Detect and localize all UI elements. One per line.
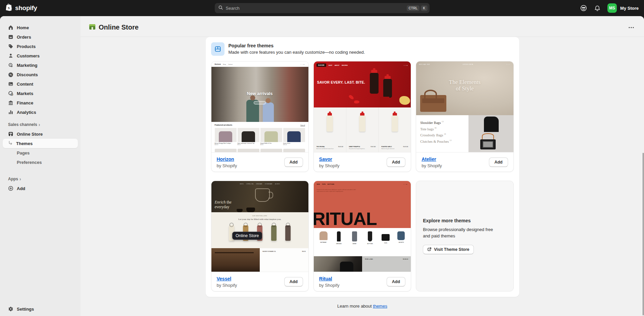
- home-icon: [8, 25, 13, 30]
- elbow-arrow-icon: [8, 141, 13, 146]
- themes-help-link[interactable]: themes: [373, 304, 387, 309]
- sidebar-item-analytics[interactable]: Analytics: [3, 107, 78, 117]
- section-tagline: Let your day be filled with what inspire…: [211, 218, 308, 221]
- product-desc: Made for the garlic obsessed: [381, 148, 408, 149]
- external-link-icon: [427, 247, 432, 252]
- theme-name-link[interactable]: Vessel: [217, 276, 232, 281]
- panel-header: Popular free themes Made with core featu…: [211, 42, 514, 56]
- preview-nav-item: ABOUT: [335, 64, 339, 66]
- add-theme-button[interactable]: Add: [489, 157, 508, 167]
- sidebar-item-content[interactable]: Content: [3, 79, 78, 89]
- svg-text:$: $: [11, 93, 13, 96]
- product-price: $9.49 CAD: [403, 146, 408, 147]
- shortcut-ctrl-key: CTRL: [407, 5, 420, 11]
- category-name: Tote bags: [420, 127, 434, 131]
- sidebar-item-add-app[interactable]: Add: [3, 184, 78, 193]
- category-cell: BOTTOMS: [363, 231, 377, 256]
- sidebar-label: Discounts: [17, 72, 38, 77]
- target-icon: [8, 62, 13, 68]
- panel-subtitle: Made with core features you can easily c…: [229, 50, 365, 55]
- product-price: $6,500.00: [403, 259, 408, 260]
- chili: [354, 100, 359, 103]
- theme-card-ritual: NEW TOPS BOTTOMS ○○● Fashion for the wil…: [313, 181, 411, 291]
- sales-channels-header[interactable]: Sales channels ›: [3, 120, 78, 129]
- product-price: $9.49 CAD: [338, 146, 343, 147]
- preview-hero: NEW TOPS BOTTOMS ○○● Fashion for the wil…: [314, 181, 411, 228]
- product-desc: The perfect hit of tropical brightness: [349, 148, 376, 149]
- theme-name-link[interactable]: Horizon: [217, 156, 234, 162]
- sidebar-item-pages[interactable]: Pages: [3, 148, 78, 157]
- sidebar-item-orders[interactable]: Orders: [3, 32, 78, 42]
- themes-tile-icon: [211, 42, 225, 56]
- add-theme-button[interactable]: Add: [284, 277, 303, 286]
- product-row: THE ORIGINAL$9.49 CAD Bold, fresh and fi…: [314, 107, 411, 152]
- preview-lower: KAIOMI X DONABE 2.5L $62.50: [211, 248, 308, 272]
- theme-name-link[interactable]: Ritual: [319, 276, 332, 281]
- store-name: My Store: [620, 6, 639, 11]
- notifications-bell-icon[interactable]: [594, 5, 601, 11]
- sidebar-item-markets[interactable]: $ Markets: [3, 89, 78, 98]
- theme-preview-horizon[interactable]: Horizon Shop Contact ○○● New arrivals: [211, 61, 308, 152]
- sidebar-item-settings[interactable]: Settings: [3, 304, 78, 314]
- preview-navbar: NEW IN COFFEE & TEA DRINKWARE KITCHENWAR…: [211, 181, 308, 185]
- sidebar-item-marketing[interactable]: Marketing: [3, 60, 78, 70]
- add-theme-button[interactable]: Add: [387, 277, 405, 286]
- cup: [237, 209, 243, 212]
- vertical-scrollbar[interactable]: [643, 153, 644, 315]
- footer-text: Learn more about themes: [81, 304, 644, 309]
- ellipsis-icon: [629, 27, 634, 28]
- store-menu[interactable]: MS My Store: [607, 3, 639, 13]
- shopify-logo[interactable]: S shopify: [5, 3, 37, 13]
- theme-name-link[interactable]: Atelier: [422, 156, 436, 162]
- sidebar-item-online-store[interactable]: Online Store: [3, 129, 78, 139]
- online-store-green-icon: [89, 23, 96, 32]
- add-theme-button[interactable]: Add: [284, 157, 303, 167]
- sidebar-item-products[interactable]: Products: [3, 42, 78, 51]
- category-name: Shoulder Bags: [420, 121, 441, 125]
- chili: [348, 94, 354, 100]
- preview-navbar: Horizon Shop Contact ○○●: [211, 61, 308, 67]
- model-photo: [314, 256, 362, 272]
- sidebar-label: Settings: [17, 307, 34, 312]
- more-actions-button[interactable]: [627, 23, 636, 32]
- sidebar-item-home[interactable]: Home: [3, 23, 78, 32]
- theme-preview-ritual[interactable]: NEW TOPS BOTTOMS ○○● Fashion for the wil…: [314, 181, 411, 272]
- preview-nav-item: Shop: [223, 63, 226, 65]
- preview-hero: NEW IN BAGS SHOP ATELIER ○○○ The Element…: [416, 61, 513, 115]
- preview-nav-item: TOPS: [322, 183, 326, 185]
- product-price: $85.00: [238, 144, 259, 145]
- theme-author: by Shopify: [217, 163, 237, 168]
- sauce-bottle: [383, 79, 392, 98]
- theme-name-link[interactable]: Savor: [319, 156, 332, 162]
- category-count: 16: [444, 133, 446, 135]
- theme-preview-savor[interactable]: SAVOR SHOP ABOUT RECIPES ○○● SAVOR EVERY…: [314, 61, 411, 152]
- product-price: $200.00: [215, 144, 237, 145]
- category-name: JACKETS: [394, 242, 408, 243]
- leather-bag: [420, 95, 446, 112]
- search-input[interactable]: Search CTRL K: [215, 3, 430, 13]
- product-cell: Striped Waffle LS Tee $53.00: [260, 128, 282, 149]
- sauce-bottle: [370, 73, 379, 94]
- theme-preview-vessel[interactable]: NEW IN COFFEE & TEA DRINKWARE KITCHENWAR…: [211, 181, 308, 272]
- gear-icon: [8, 306, 13, 312]
- apps-header[interactable]: Apps ›: [3, 174, 78, 184]
- product-cell: ROASTED GARLIC$9.49 CAD Made for the gar…: [379, 107, 411, 152]
- hero-heading: New arrivals: [211, 91, 308, 96]
- sidekick-icon[interactable]: [580, 4, 587, 12]
- theme-preview-atelier[interactable]: NEW IN BAGS SHOP ATELIER ○○○ The Element…: [416, 61, 513, 152]
- add-theme-button[interactable]: Add: [387, 157, 405, 167]
- sidebar-item-customers[interactable]: Customers: [3, 51, 78, 60]
- sidebar-label: Online Store: [17, 132, 43, 137]
- globe-dollar-icon: $: [8, 91, 13, 96]
- panel-title: Popular free themes: [229, 42, 365, 48]
- preview-navbar: SAVOR SHOP ABOUT RECIPES ○○●: [314, 61, 411, 69]
- sidebar-item-finance[interactable]: Finance: [3, 98, 78, 107]
- sidebar-item-discounts[interactable]: % Discounts: [3, 70, 78, 79]
- sidebar-item-preferences[interactable]: Preferences: [3, 157, 78, 167]
- discount-badge-icon: %: [8, 72, 13, 77]
- sidebar-label: Content: [17, 82, 33, 87]
- sidebar-item-themes[interactable]: Themes: [3, 139, 78, 148]
- visit-theme-store-button[interactable]: Visit Theme Store: [423, 245, 474, 254]
- preview-logo: ATELIER: [462, 63, 474, 65]
- store-avatar: MS: [607, 3, 617, 13]
